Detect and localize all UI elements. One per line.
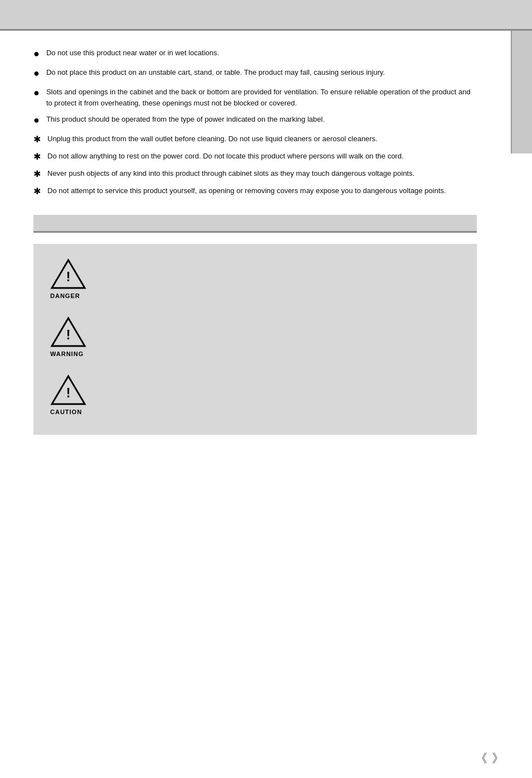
bullet-text: Do not allow anything to rest on the pow… (47, 151, 404, 162)
svg-text:!: ! (66, 385, 71, 400)
danger-label: DANGER (50, 292, 80, 299)
safety-symbols-box: ! DANGER ! WARNING ! CAUTION (33, 244, 477, 435)
list-item: ✱ Unplug this product from the wall outl… (33, 133, 477, 146)
list-item: ✱ Never push objects of any kind into th… (33, 168, 477, 181)
bullet-text: Do not place this product on an unstable… (46, 67, 385, 78)
list-item: ● Do not use this product near water or … (33, 47, 477, 61)
warning-icon: ! (50, 316, 86, 348)
navigation-arrows: 《 》 (475, 750, 504, 767)
bullet-text: Unplug this product from the wall outlet… (47, 133, 378, 145)
list-item: ● Do not place this product on an unstab… (33, 67, 477, 81)
bullet-icon: ● (33, 66, 40, 81)
svg-text:!: ! (66, 327, 71, 342)
bullet-icon: ● (33, 113, 40, 128)
next-arrow[interactable]: 》 (492, 750, 504, 767)
main-content: ● Do not use this product near water or … (0, 31, 511, 446)
bullet-icon: ● (33, 46, 40, 61)
bullet-text: Slots and openings in the cabinet and th… (46, 87, 477, 108)
section-divider (33, 215, 477, 233)
caution-icon: ! (50, 374, 86, 406)
safety-danger-item: ! DANGER (50, 258, 460, 299)
bullet-section: ● Do not use this product near water or … (33, 47, 477, 198)
list-item: ● Slots and openings in the cabinet and … (33, 87, 477, 108)
svg-text:!: ! (66, 269, 71, 284)
bullet-text: Never push objects of any kind into this… (47, 168, 414, 179)
safety-warning-item: ! WARNING (50, 316, 460, 357)
danger-icon: ! (50, 258, 86, 290)
bullet-icon: ● (33, 85, 40, 100)
asterisk-icon: ✱ (33, 185, 41, 198)
list-item: ● This product should be operated from t… (33, 114, 477, 128)
bullet-text: This product should be operated from the… (46, 114, 325, 125)
caution-label: CAUTION (50, 409, 82, 415)
list-item: ✱ Do not allow anything to rest on the p… (33, 151, 477, 164)
list-item: ✱ Do not attempt to service this product… (33, 185, 477, 198)
asterisk-icon: ✱ (33, 133, 41, 146)
prev-arrow[interactable]: 《 (475, 750, 487, 767)
asterisk-icon: ✱ (33, 167, 41, 181)
top-header (0, 0, 532, 31)
bullet-text: Do not use this product near water or in… (46, 47, 219, 59)
safety-caution-item: ! CAUTION (50, 374, 460, 415)
warning-label: WARNING (50, 350, 84, 357)
right-tab (511, 31, 532, 153)
bullet-text: Do not attempt to service this product y… (47, 185, 446, 196)
asterisk-icon: ✱ (33, 150, 41, 164)
